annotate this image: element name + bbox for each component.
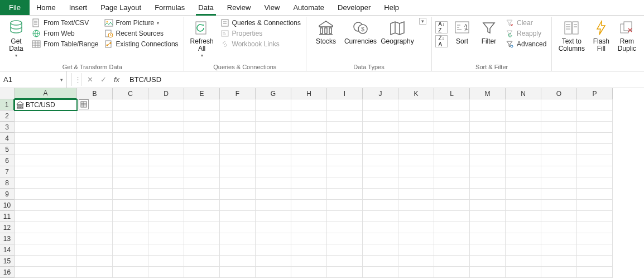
cell-O9[interactable]	[541, 189, 577, 200]
cell-G2[interactable]	[256, 110, 291, 122]
cell-C11[interactable]	[113, 211, 148, 222]
column-header-N[interactable]: N	[506, 88, 541, 99]
cell-P10[interactable]	[577, 200, 613, 211]
cell-G13[interactable]	[256, 233, 291, 244]
cell-L8[interactable]	[434, 177, 470, 189]
cell-J10[interactable]	[363, 200, 398, 211]
cell-H14[interactable]	[291, 244, 327, 256]
from-text-csv-button[interactable]: From Text/CSV	[30, 18, 100, 28]
cell-M13[interactable]	[470, 233, 506, 244]
cell-G7[interactable]	[256, 166, 291, 177]
row-header-8[interactable]: 8	[0, 177, 15, 189]
cell-O11[interactable]	[541, 211, 577, 222]
cell-K4[interactable]	[398, 133, 434, 144]
cell-A10[interactable]	[15, 200, 77, 211]
cell-A1[interactable]: BTC/USD	[15, 99, 77, 110]
column-header-M[interactable]: M	[470, 88, 506, 99]
cell-D14[interactable]	[148, 244, 184, 256]
cell-D12[interactable]	[148, 222, 184, 233]
sort-asc-button[interactable]: A↓Z	[435, 21, 448, 33]
advanced-filter-button[interactable]: Advanced	[503, 39, 548, 49]
cell-F5[interactable]	[220, 144, 256, 155]
cell-C14[interactable]	[113, 244, 148, 256]
tab-data[interactable]: Data	[191, 0, 220, 15]
cell-B13[interactable]	[77, 233, 113, 244]
cell-L12[interactable]	[434, 222, 470, 233]
refresh-all-button[interactable]: Refresh All ▾	[188, 18, 217, 59]
cell-E15[interactable]	[184, 256, 220, 267]
cell-F2[interactable]	[220, 110, 256, 122]
row-header-15[interactable]: 15	[0, 256, 15, 267]
cell-D11[interactable]	[148, 211, 184, 222]
cell-M2[interactable]	[470, 110, 506, 122]
cell-A9[interactable]	[15, 189, 77, 200]
tab-page-layout[interactable]: Page Layout	[94, 0, 148, 15]
row-header-1[interactable]: 1	[0, 99, 15, 110]
cell-F10[interactable]	[220, 200, 256, 211]
cell-P3[interactable]	[577, 122, 613, 133]
cell-E6[interactable]	[184, 155, 220, 166]
reapply-button[interactable]: Reapply	[503, 28, 548, 39]
cell-A4[interactable]	[15, 133, 77, 144]
row-header-3[interactable]: 3	[0, 122, 15, 133]
cell-D9[interactable]	[148, 189, 184, 200]
cell-K16[interactable]	[398, 267, 434, 278]
cell-P16[interactable]	[577, 267, 613, 278]
cell-I10[interactable]	[327, 200, 363, 211]
column-header-A[interactable]: A	[15, 88, 77, 99]
properties-button[interactable]: Properties	[219, 28, 302, 39]
cell-B5[interactable]	[77, 144, 113, 155]
cell-P7[interactable]	[577, 166, 613, 177]
tab-insert[interactable]: Insert	[63, 0, 94, 15]
cell-J5[interactable]	[363, 144, 398, 155]
cell-A6[interactable]	[15, 155, 77, 166]
cell-K9[interactable]	[398, 189, 434, 200]
cell-L11[interactable]	[434, 211, 470, 222]
cell-A14[interactable]	[15, 244, 77, 256]
cell-J13[interactable]	[363, 233, 398, 244]
cell-G15[interactable]	[256, 256, 291, 267]
tab-automate[interactable]: Automate	[286, 0, 331, 15]
cell-H9[interactable]	[291, 189, 327, 200]
cell-M6[interactable]	[470, 155, 506, 166]
cell-G9[interactable]	[256, 189, 291, 200]
cell-A8[interactable]	[15, 177, 77, 189]
cell-I6[interactable]	[327, 155, 363, 166]
cell-K13[interactable]	[398, 233, 434, 244]
cell-H7[interactable]	[291, 166, 327, 177]
cell-O6[interactable]	[541, 155, 577, 166]
cell-N3[interactable]	[506, 122, 541, 133]
filter-button[interactable]: Filter	[477, 18, 501, 45]
cell-H5[interactable]	[291, 144, 327, 155]
cell-F16[interactable]	[220, 267, 256, 278]
column-header-P[interactable]: P	[577, 88, 613, 99]
cell-B8[interactable]	[77, 177, 113, 189]
cell-F11[interactable]	[220, 211, 256, 222]
cell-M9[interactable]	[470, 189, 506, 200]
cell-B11[interactable]	[77, 211, 113, 222]
cell-D13[interactable]	[148, 233, 184, 244]
cell-M7[interactable]	[470, 166, 506, 177]
cell-C2[interactable]	[113, 110, 148, 122]
cell-O15[interactable]	[541, 256, 577, 267]
currencies-button[interactable]: $ Currencies	[344, 18, 377, 45]
cell-I5[interactable]	[327, 144, 363, 155]
cell-C15[interactable]	[113, 256, 148, 267]
cell-B15[interactable]	[77, 256, 113, 267]
cell-B12[interactable]	[77, 222, 113, 233]
cell-H3[interactable]	[291, 122, 327, 133]
cell-F14[interactable]	[220, 244, 256, 256]
cell-M5[interactable]	[470, 144, 506, 155]
cell-G3[interactable]	[256, 122, 291, 133]
cell-K11[interactable]	[398, 211, 434, 222]
cell-D16[interactable]	[148, 267, 184, 278]
cell-E7[interactable]	[184, 166, 220, 177]
cell-B2[interactable]	[77, 110, 113, 122]
row-header-2[interactable]: 2	[0, 110, 15, 122]
cell-E5[interactable]	[184, 144, 220, 155]
cell-G11[interactable]	[256, 211, 291, 222]
queries-connections-button[interactable]: Queries & Connections	[219, 18, 302, 28]
column-header-D[interactable]: D	[148, 88, 184, 99]
cell-E4[interactable]	[184, 133, 220, 144]
cell-M15[interactable]	[470, 256, 506, 267]
